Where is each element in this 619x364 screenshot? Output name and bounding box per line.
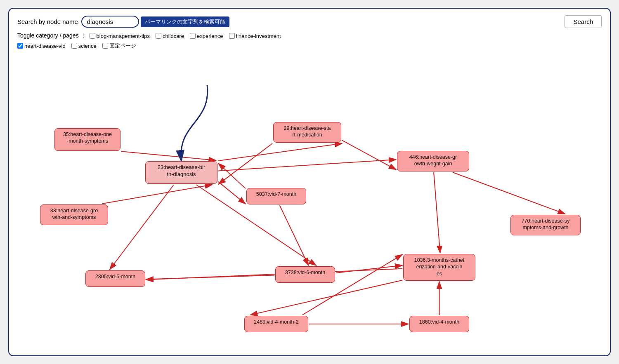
node-n1860[interactable]: 1860:vid-4-month [409,316,469,332]
node-n5037[interactable]: 5037:vid-7-month [246,188,306,204]
graph-svg [17,52,602,349]
search-input[interactable] [81,16,139,28]
search-input-wrapper: パーマリンクの文字列を検索可能 [81,16,229,28]
checkbox-experience-label: experience [197,33,223,39]
toggle-row: Toggle category / pages ： blog-managemen… [17,32,602,40]
checkbox-childcare[interactable]: childcare [156,33,184,39]
svg-line-10 [280,205,309,265]
checkbox-blog[interactable]: blog-management-tips [90,33,150,39]
svg-line-4 [342,140,396,169]
checkbox-science-input[interactable] [71,43,77,49]
svg-line-17 [250,280,402,315]
search-button[interactable]: Search [565,15,602,28]
node-n2489[interactable]: 2489:vid-4-month-2 [244,316,308,332]
node-n3738[interactable]: 3738:vid-6-month [275,266,335,283]
checkbox-experience[interactable]: experience [190,33,223,39]
svg-line-11 [434,172,440,253]
svg-line-13 [110,185,174,270]
node-n33[interactable]: 33:heart-disease-growth-and-symptoms [40,204,108,225]
node-n770[interactable]: 770:heart-disease-symptoms-and-growth [510,215,581,235]
checkbox-fixed-label: 固定ページ [109,42,136,49]
svg-line-2 [121,151,216,160]
checkbox-finance[interactable]: finance-investment [229,33,281,39]
top-bar: Search by node name パーマリンクの文字列を検索可能 Sear… [17,15,602,28]
checkbox-science-label: science [78,43,97,49]
node-n29[interactable]: 29:heart-disease-start-medication [273,122,341,143]
checkbox-finance-label: finance-investment [236,33,281,39]
svg-line-12 [453,172,565,214]
checkbox-heart-label: heart-disease-vid [24,43,66,49]
toggle-row-2: heart-disease-vid science 固定ページ [17,42,602,49]
checkbox-childcare-input[interactable] [156,33,161,39]
svg-line-18 [302,254,402,315]
checkbox-blog-label: blog-management-tips [97,33,150,39]
node-n446[interactable]: 446:heart-disease-growth-weght-gain [397,151,469,171]
svg-line-6 [218,160,396,171]
checkbox-fixed-input[interactable] [102,43,108,49]
node-n1036[interactable]: 1036:3-months-catheterization-and-vaccin… [403,254,475,281]
toggle-label: Toggle category / pages ： [17,32,86,40]
node-n35[interactable]: 35:heart-disease-one-month-symptoms [54,128,120,151]
checkbox-heart-input[interactable] [17,43,23,49]
checkbox-childcare-label: childcare [163,33,184,39]
tooltip-bubble: パーマリンクの文字列を検索可能 [141,16,229,27]
graph-area: 35:heart-disease-one-month-symptoms 29:h… [17,52,602,349]
svg-line-8 [102,185,212,204]
main-container: Search by node name パーマリンクの文字列を検索可能 Sear… [8,8,611,356]
svg-line-5 [218,143,342,161]
checkbox-experience-input[interactable] [190,33,196,39]
search-label: Search by node name [17,18,78,25]
svg-line-3 [218,143,272,184]
checkbox-heart[interactable]: heart-disease-vid [17,43,66,49]
node-n2805[interactable]: 2805:vid-5-month [85,270,145,287]
node-n23[interactable]: 23:heart-disease-birth-diagnosis [145,161,217,184]
checkbox-science[interactable]: science [71,43,97,49]
checkbox-fixed[interactable]: 固定ページ [102,42,136,49]
checkbox-blog-input[interactable] [90,33,95,39]
checkbox-finance-input[interactable] [229,33,235,39]
